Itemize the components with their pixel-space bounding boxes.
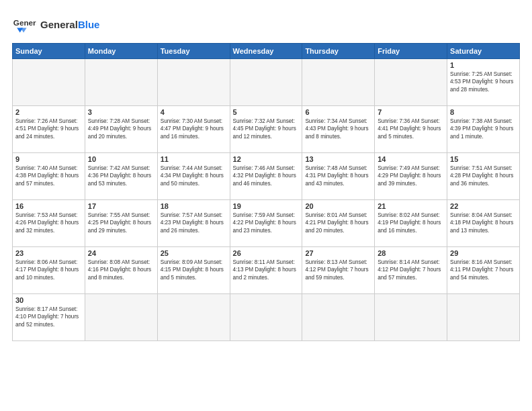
header: General GeneralBlue <box>12 12 520 36</box>
day-info: Sunrise: 7:48 AM Sunset: 4:31 PM Dayligh… <box>305 165 371 187</box>
day-number: 11 <box>161 155 227 163</box>
calendar-cell: 29Sunrise: 8:16 AM Sunset: 4:11 PM Dayli… <box>447 247 520 294</box>
calendar-cell <box>13 59 85 106</box>
calendar-cell: 30Sunrise: 8:17 AM Sunset: 4:10 PM Dayli… <box>13 294 85 341</box>
calendar-cell: 27Sunrise: 8:13 AM Sunset: 4:12 PM Dayli… <box>302 247 375 294</box>
day-number: 30 <box>15 296 82 304</box>
day-info: Sunrise: 7:53 AM Sunset: 4:26 PM Dayligh… <box>15 212 82 234</box>
day-number: 24 <box>88 249 154 257</box>
day-info: Sunrise: 7:25 AM Sunset: 4:53 PM Dayligh… <box>450 71 517 93</box>
calendar-cell: 2Sunrise: 7:26 AM Sunset: 4:51 PM Daylig… <box>13 106 85 153</box>
day-info: Sunrise: 7:28 AM Sunset: 4:49 PM Dayligh… <box>88 118 154 140</box>
day-info: Sunrise: 8:16 AM Sunset: 4:11 PM Dayligh… <box>450 259 517 281</box>
day-info: Sunrise: 8:11 AM Sunset: 4:13 PM Dayligh… <box>233 259 300 281</box>
day-number: 15 <box>450 155 517 163</box>
day-number: 18 <box>161 202 227 210</box>
weekday-header-friday: Friday <box>375 44 447 59</box>
calendar-table: SundayMondayTuesdayWednesdayThursdayFrid… <box>12 43 520 341</box>
calendar-week-1: 1Sunrise: 7:25 AM Sunset: 4:53 PM Daylig… <box>13 59 520 106</box>
calendar-cell: 4Sunrise: 7:30 AM Sunset: 4:47 PM Daylig… <box>157 106 230 153</box>
calendar-cell: 10Sunrise: 7:42 AM Sunset: 4:36 PM Dayli… <box>85 153 157 200</box>
day-number: 5 <box>233 108 300 116</box>
day-number: 3 <box>88 108 154 116</box>
day-number: 19 <box>233 202 300 210</box>
day-number: 6 <box>305 108 371 116</box>
calendar-cell: 19Sunrise: 7:59 AM Sunset: 4:22 PM Dayli… <box>230 200 302 247</box>
day-info: Sunrise: 7:30 AM Sunset: 4:47 PM Dayligh… <box>161 118 227 140</box>
calendar-cell: 16Sunrise: 7:53 AM Sunset: 4:26 PM Dayli… <box>13 200 85 247</box>
calendar-cell: 24Sunrise: 8:08 AM Sunset: 4:16 PM Dayli… <box>85 247 157 294</box>
day-info: Sunrise: 7:59 AM Sunset: 4:22 PM Dayligh… <box>233 212 300 234</box>
day-info: Sunrise: 8:02 AM Sunset: 4:19 PM Dayligh… <box>378 212 444 234</box>
calendar-cell <box>302 294 375 341</box>
day-info: Sunrise: 8:09 AM Sunset: 4:15 PM Dayligh… <box>161 259 227 281</box>
day-info: Sunrise: 8:17 AM Sunset: 4:10 PM Dayligh… <box>15 306 82 328</box>
day-number: 23 <box>15 249 82 257</box>
calendar-cell: 9Sunrise: 7:40 AM Sunset: 4:38 PM Daylig… <box>13 153 85 200</box>
day-number: 16 <box>15 202 82 210</box>
day-info: Sunrise: 7:36 AM Sunset: 4:41 PM Dayligh… <box>378 118 444 140</box>
calendar-cell <box>85 59 157 106</box>
day-number: 1 <box>450 61 517 69</box>
calendar-cell: 3Sunrise: 7:28 AM Sunset: 4:49 PM Daylig… <box>85 106 157 153</box>
calendar-header: SundayMondayTuesdayWednesdayThursdayFrid… <box>13 44 520 59</box>
calendar-week-4: 16Sunrise: 7:53 AM Sunset: 4:26 PM Dayli… <box>13 200 520 247</box>
calendar-cell <box>375 294 447 341</box>
calendar-cell: 20Sunrise: 8:01 AM Sunset: 4:21 PM Dayli… <box>302 200 375 247</box>
day-info: Sunrise: 7:49 AM Sunset: 4:29 PM Dayligh… <box>378 165 444 187</box>
day-info: Sunrise: 8:14 AM Sunset: 4:12 PM Dayligh… <box>378 259 444 281</box>
logo: General GeneralBlue <box>12 12 99 36</box>
day-info: Sunrise: 8:13 AM Sunset: 4:12 PM Dayligh… <box>305 259 371 281</box>
day-number: 2 <box>15 108 82 116</box>
day-number: 26 <box>233 249 300 257</box>
day-info: Sunrise: 7:32 AM Sunset: 4:45 PM Dayligh… <box>233 118 300 140</box>
weekday-header-saturday: Saturday <box>447 44 520 59</box>
calendar-cell <box>230 59 302 106</box>
calendar-cell: 8Sunrise: 7:38 AM Sunset: 4:39 PM Daylig… <box>447 106 520 153</box>
day-number: 14 <box>378 155 444 163</box>
calendar-cell <box>85 294 157 341</box>
weekday-header-row: SundayMondayTuesdayWednesdayThursdayFrid… <box>13 44 520 59</box>
calendar-cell: 1Sunrise: 7:25 AM Sunset: 4:53 PM Daylig… <box>447 59 520 106</box>
calendar-cell: 6Sunrise: 7:34 AM Sunset: 4:43 PM Daylig… <box>302 106 375 153</box>
day-number: 7 <box>378 108 444 116</box>
weekday-header-tuesday: Tuesday <box>157 44 230 59</box>
calendar-cell: 23Sunrise: 8:06 AM Sunset: 4:17 PM Dayli… <box>13 247 85 294</box>
calendar-cell: 18Sunrise: 7:57 AM Sunset: 4:23 PM Dayli… <box>157 200 230 247</box>
weekday-header-thursday: Thursday <box>302 44 375 59</box>
day-number: 13 <box>305 155 371 163</box>
calendar-cell: 5Sunrise: 7:32 AM Sunset: 4:45 PM Daylig… <box>230 106 302 153</box>
day-number: 17 <box>88 202 154 210</box>
day-number: 28 <box>378 249 444 257</box>
day-info: Sunrise: 8:06 AM Sunset: 4:17 PM Dayligh… <box>15 259 82 281</box>
day-number: 22 <box>450 202 517 210</box>
calendar-cell: 15Sunrise: 7:51 AM Sunset: 4:28 PM Dayli… <box>447 153 520 200</box>
day-info: Sunrise: 7:34 AM Sunset: 4:43 PM Dayligh… <box>305 118 371 140</box>
day-number: 21 <box>378 202 444 210</box>
day-number: 25 <box>161 249 227 257</box>
calendar-cell: 14Sunrise: 7:49 AM Sunset: 4:29 PM Dayli… <box>375 153 447 200</box>
weekday-header-monday: Monday <box>85 44 157 59</box>
calendar-week-6: 30Sunrise: 8:17 AM Sunset: 4:10 PM Dayli… <box>13 294 520 341</box>
calendar-cell: 22Sunrise: 8:04 AM Sunset: 4:18 PM Dayli… <box>447 200 520 247</box>
day-info: Sunrise: 8:08 AM Sunset: 4:16 PM Dayligh… <box>88 259 154 281</box>
calendar-cell <box>302 59 375 106</box>
day-number: 8 <box>450 108 517 116</box>
calendar-week-5: 23Sunrise: 8:06 AM Sunset: 4:17 PM Dayli… <box>13 247 520 294</box>
day-number: 9 <box>15 155 82 163</box>
calendar-cell: 26Sunrise: 8:11 AM Sunset: 4:13 PM Dayli… <box>230 247 302 294</box>
calendar-cell <box>230 294 302 341</box>
day-number: 4 <box>161 108 227 116</box>
calendar-page: General GeneralBlue SundayMondayTuesdayW… <box>0 0 532 411</box>
day-number: 29 <box>450 249 517 257</box>
weekday-header-wednesday: Wednesday <box>230 44 302 59</box>
calendar-cell: 7Sunrise: 7:36 AM Sunset: 4:41 PM Daylig… <box>375 106 447 153</box>
calendar-cell: 13Sunrise: 7:48 AM Sunset: 4:31 PM Dayli… <box>302 153 375 200</box>
calendar-cell <box>375 59 447 106</box>
calendar-cell <box>157 294 230 341</box>
calendar-week-2: 2Sunrise: 7:26 AM Sunset: 4:51 PM Daylig… <box>13 106 520 153</box>
day-info: Sunrise: 7:51 AM Sunset: 4:28 PM Dayligh… <box>450 165 517 187</box>
calendar-body: 1Sunrise: 7:25 AM Sunset: 4:53 PM Daylig… <box>13 59 520 341</box>
day-number: 10 <box>88 155 154 163</box>
day-number: 20 <box>305 202 371 210</box>
